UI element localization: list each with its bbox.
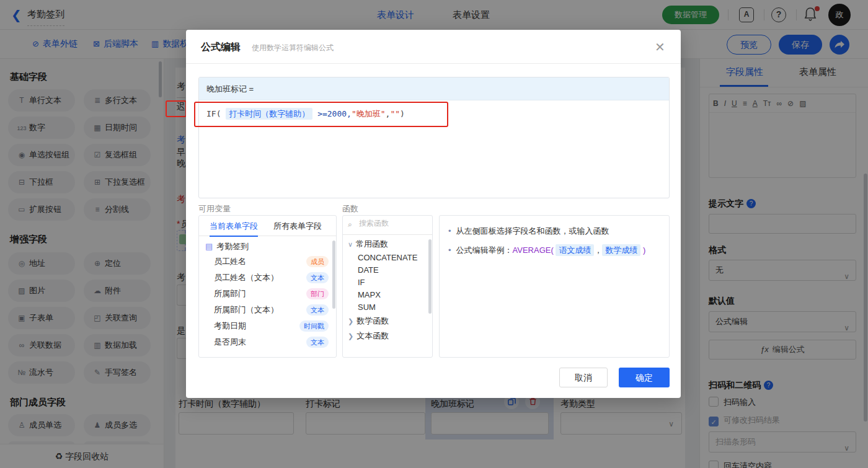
chevron-right-icon: ❯ bbox=[348, 332, 353, 340]
function-item[interactable]: MAPX bbox=[343, 287, 432, 299]
functions-scrollbar[interactable] bbox=[428, 239, 432, 314]
type-badge: 部门 bbox=[306, 288, 329, 299]
type-badge: 成员 bbox=[306, 256, 329, 267]
variable-row[interactable]: 所属部门（文本）文本 bbox=[199, 302, 336, 318]
tab-current-form-fields[interactable]: 当前表单字段 bbox=[210, 221, 258, 237]
confirm-button[interactable]: 确定 bbox=[619, 368, 670, 387]
example-close: ) bbox=[643, 245, 645, 255]
function-item[interactable]: DATE bbox=[343, 262, 432, 275]
variable-row[interactable]: 所属部门部门 bbox=[199, 286, 336, 302]
variable-row[interactable]: 员工姓名成员 bbox=[199, 254, 336, 270]
annotation-fragment bbox=[166, 100, 187, 117]
modal-header: 公式编辑 使用数学运算符编辑公式 ✕ bbox=[186, 30, 681, 64]
function-group-text[interactable]: ❯文本函数 bbox=[343, 327, 432, 342]
formula-string-token: "晚加班" bbox=[352, 109, 386, 118]
bullet-icon: • bbox=[448, 226, 451, 236]
type-badge: 文本 bbox=[306, 272, 329, 283]
function-search: ⌕ bbox=[343, 216, 432, 235]
variables-tabs: 当前表单字段 所有表单字段 bbox=[199, 216, 336, 236]
type-badge: 时间戳 bbox=[299, 320, 329, 332]
function-item[interactable]: IF bbox=[343, 275, 432, 287]
formula-target: 晚加班标记 = bbox=[199, 77, 669, 100]
formula-variable-chip[interactable]: 打卡时间（数字辅助） bbox=[226, 108, 312, 120]
help-line-1: •从左侧面板选择字段名和函数，或输入函数 bbox=[448, 226, 660, 237]
tab-all-form-fields[interactable]: 所有表单字段 bbox=[273, 221, 322, 232]
modal-subtitle: 使用数学运算符编辑公式 bbox=[252, 43, 334, 53]
variable-row[interactable]: 员工姓名（文本）文本 bbox=[199, 270, 336, 286]
function-group-math[interactable]: ❯数学函数 bbox=[343, 312, 432, 327]
function-item[interactable]: CONCATENATE bbox=[343, 250, 432, 262]
variables-panel: 当前表单字段 所有表单字段 ▤考勤签到 员工姓名成员 员工姓名（文本）文本 所属… bbox=[198, 215, 337, 358]
help-line-2: •公式编辑举例：AVERAGE( 语文成绩，数学成绩 ) bbox=[448, 245, 660, 256]
formula-string-token: "" bbox=[390, 109, 400, 118]
formula-close-token: ) bbox=[400, 109, 405, 118]
type-badge: 文本 bbox=[306, 337, 329, 348]
variables-scrollbar[interactable] bbox=[332, 241, 335, 309]
example-chip: 语文成绩 bbox=[556, 244, 594, 256]
app-root: ❮ 考勤签到 表单设计 表单设置 数据管理 A ? 政 ⊘表单外链 ⊠后端脚本 … bbox=[0, 0, 868, 468]
bullet-icon: • bbox=[448, 245, 451, 255]
example-fn: AVERAGE( bbox=[513, 245, 554, 255]
search-icon: ⌕ bbox=[348, 220, 352, 229]
function-group-common[interactable]: ∨常用函数 bbox=[343, 235, 432, 250]
formula-expression[interactable]: IF( 打卡时间（数字辅助） >=2000,"晚加班","") bbox=[199, 100, 669, 128]
variables-label: 可用变量 bbox=[198, 203, 231, 214]
formula-op-token: >=2000, bbox=[312, 109, 352, 118]
functions-label: 函数 bbox=[342, 203, 358, 214]
cancel-button[interactable]: 取消 bbox=[559, 368, 608, 387]
functions-panel: ⌕ ∨常用函数 CONCATENATE DATE IF MAPX SUM ❯数学… bbox=[342, 215, 433, 358]
chevron-down-icon: ∨ bbox=[348, 241, 353, 248]
formula-help-panel: •从左侧面板选择字段名和函数，或输入函数 •公式编辑举例：AVERAGE( 语文… bbox=[439, 215, 670, 358]
formula-edit-modal: 公式编辑 使用数学运算符编辑公式 ✕ 晚加班标记 = IF( 打卡时间（数字辅助… bbox=[186, 30, 681, 398]
variable-row[interactable]: 是否周末文本 bbox=[199, 334, 336, 350]
variables-list: ▤考勤签到 员工姓名成员 员工姓名（文本）文本 所属部门部门 所属部门（文本）文… bbox=[199, 236, 336, 350]
modal-title: 公式编辑 bbox=[201, 41, 241, 54]
type-badge: 文本 bbox=[306, 304, 329, 316]
close-icon[interactable]: ✕ bbox=[655, 40, 665, 55]
chevron-right-icon: ❯ bbox=[348, 317, 353, 325]
example-chip: 数学成绩 bbox=[602, 244, 640, 256]
function-item[interactable]: SUM bbox=[343, 299, 432, 312]
formula-editor[interactable]: 晚加班标记 = IF( 打卡时间（数字辅助） >=2000,"晚加班","") bbox=[198, 77, 670, 198]
form-doc-icon: ▤ bbox=[205, 242, 213, 251]
formula-fn-token: IF( bbox=[206, 109, 221, 118]
function-search-input[interactable] bbox=[359, 219, 427, 227]
form-node[interactable]: ▤考勤签到 bbox=[199, 236, 336, 254]
variable-row[interactable]: 考勤日期时间戳 bbox=[199, 318, 336, 334]
